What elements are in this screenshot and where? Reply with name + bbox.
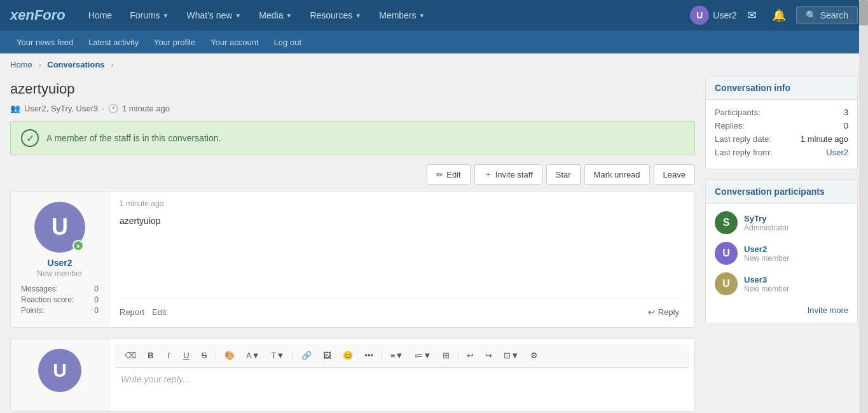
breadcrumb: Home › Conversations ›: [0, 53, 868, 76]
nav-forums[interactable]: Forums ▼: [122, 5, 176, 25]
editor-insert[interactable]: ⊡▼: [499, 347, 524, 363]
action-toolbar: ✏ Edit ＋ Invite staff Star Mark unread L…: [10, 164, 695, 185]
star-button[interactable]: Star: [546, 164, 581, 185]
report-link[interactable]: Report: [120, 307, 144, 317]
main-content: azertyuiop 👥 User2, SyTry, User3 · 🕐 1 m…: [0, 76, 868, 413]
conversation-info-content: Participants: 3 Replies: 0 Last reply da…: [706, 100, 857, 169]
reply-icon: ↩: [648, 307, 655, 317]
participant-name-user3[interactable]: User3: [744, 275, 789, 284]
toolbar-separator-1: [216, 349, 216, 362]
nav-members[interactable]: Members ▼: [371, 5, 432, 25]
post-action-left: Report Edit: [120, 307, 166, 317]
editor-link[interactable]: 🔗: [296, 347, 317, 363]
info-participants: Participants: 3: [715, 108, 848, 117]
reply-button[interactable]: ↩ Reply: [643, 305, 684, 319]
meta-separator: ·: [102, 104, 104, 113]
toolbar-separator-4: [458, 349, 458, 362]
participant-role-sytry: Administrator: [744, 223, 789, 232]
conversation-info-box: Conversation info Participants: 3 Replie…: [705, 76, 858, 169]
nav-whats-new[interactable]: What's new ▼: [179, 5, 249, 25]
editor-list[interactable]: ≔▼: [410, 347, 436, 363]
participant-role-user2: New member: [744, 254, 789, 263]
sec-nav-your-account[interactable]: Your account: [204, 34, 265, 51]
nav-resources[interactable]: Resources ▼: [302, 5, 369, 25]
conversation-info-header: Conversation info: [706, 76, 857, 100]
online-status-icon: ●: [72, 240, 84, 251]
post-edit-link[interactable]: Edit: [152, 307, 166, 317]
conversation-time: 1 minute ago: [122, 104, 170, 113]
user-menu-trigger[interactable]: U User2: [690, 6, 736, 25]
staff-notice: ✓ A member of the staff is in this conve…: [10, 121, 695, 155]
participant-avatar-user2: U: [715, 242, 738, 265]
participant-name-sytry[interactable]: SyTry: [744, 214, 789, 223]
invite-staff-button[interactable]: ＋ Invite staff: [474, 164, 542, 185]
editor-emoji[interactable]: 😊: [338, 347, 358, 363]
staff-notice-text: A member of the staff is in this convers…: [46, 133, 221, 143]
editor-align[interactable]: ≡▼: [385, 347, 408, 363]
editor-table[interactable]: ⊞: [437, 347, 455, 363]
editor-content-area[interactable]: Write your reply...: [114, 368, 689, 406]
nav-home[interactable]: Home: [81, 5, 120, 25]
reply-author-avatar: U: [38, 349, 81, 392]
participant-item: U User2 New member: [715, 242, 848, 265]
editor-italic[interactable]: I: [160, 347, 177, 363]
breadcrumb-conversations[interactable]: Conversations: [47, 60, 104, 69]
editor-redo[interactable]: ↪: [480, 347, 497, 363]
content-area: azertyuiop 👥 User2, SyTry, User3 · 🕐 1 m…: [10, 76, 695, 412]
stat-messages: Messages: 0: [21, 284, 99, 293]
user-avatar: U: [690, 6, 709, 25]
editor-text-format[interactable]: T▼: [266, 347, 290, 363]
sec-nav-news-feed[interactable]: Your news feed: [10, 34, 79, 51]
nav-media[interactable]: Media ▼: [251, 5, 300, 25]
editor-bold[interactable]: B: [142, 347, 159, 363]
nav-right-section: U User2 ✉ 🔔 🔍 Search: [690, 6, 858, 25]
sec-nav-latest-activity[interactable]: Latest activity: [82, 34, 145, 51]
editor-image[interactable]: 🖼: [318, 347, 336, 363]
reply-editor: U ⌫ B I U S 🎨 A▼ T▼ 🔗: [10, 338, 695, 412]
top-navigation: xenForo Home Forums ▼ What's new ▼ Media…: [0, 0, 868, 31]
participant-name-user2[interactable]: User2: [744, 244, 789, 254]
toolbar-separator-3: [382, 349, 382, 362]
editor-underline[interactable]: U: [178, 347, 195, 363]
participant-avatar-user3: U: [715, 272, 738, 295]
editor-settings[interactable]: ⚙: [525, 347, 543, 363]
alerts-icon[interactable]: 🔔: [767, 6, 791, 25]
last-reply-from-link[interactable]: User2: [826, 148, 848, 157]
post-author-name[interactable]: User2: [21, 258, 99, 268]
participant-role-user3: New member: [744, 284, 789, 293]
editor-more[interactable]: •••: [359, 347, 378, 363]
stat-reaction: Reaction score: 0: [21, 295, 99, 304]
post-timestamp: 1 minute ago: [120, 199, 684, 208]
post-body: azertyuiop: [120, 214, 684, 288]
secondary-navigation: Your news feed Latest activity Your prof…: [0, 31, 868, 53]
editor-clear-format[interactable]: ⌫: [120, 347, 141, 363]
sec-nav-log-out[interactable]: Log out: [268, 34, 308, 51]
editor-font[interactable]: A▼: [241, 347, 265, 363]
messages-icon[interactable]: ✉: [742, 6, 762, 25]
scrollbar-thumb[interactable]: [859, 0, 868, 25]
sidebar-panel: Conversation info Participants: 3 Replie…: [705, 76, 858, 333]
post-author-sidebar: U ● User2 New member Messages: 0 Reactio…: [11, 192, 109, 327]
conversation-meta: 👥 User2, SyTry, User3 · 🕐 1 minute ago: [10, 104, 695, 113]
post-main-content: 1 minute ago azertyuiop Report Edit ↩ Re…: [109, 192, 694, 327]
scrollbar-track[interactable]: [859, 0, 868, 413]
editor-undo[interactable]: ↩: [462, 347, 479, 363]
search-label: Search: [820, 10, 848, 20]
search-button[interactable]: 🔍 Search: [796, 6, 858, 24]
logo-text: xenForo: [10, 7, 65, 23]
edit-button[interactable]: ✏ Edit: [427, 164, 470, 185]
leave-button[interactable]: Leave: [654, 164, 695, 185]
editor-color[interactable]: 🎨: [219, 347, 240, 363]
mark-unread-button[interactable]: Mark unread: [584, 164, 650, 185]
invite-more-link[interactable]: Invite more: [715, 303, 848, 315]
participants-icon: 👥: [10, 104, 20, 113]
site-logo[interactable]: xenForo: [10, 7, 65, 24]
editor-strikethrough[interactable]: S: [196, 347, 212, 363]
sec-nav-your-profile[interactable]: Your profile: [148, 34, 202, 51]
breadcrumb-separator: ›: [38, 60, 41, 69]
conversation-title: azertyuiop: [10, 76, 695, 100]
breadcrumb-home[interactable]: Home: [10, 60, 32, 69]
breadcrumb-separator2: ›: [111, 60, 113, 69]
post-author-avatar: U ●: [34, 202, 85, 253]
toolbar-separator-2: [293, 349, 293, 362]
